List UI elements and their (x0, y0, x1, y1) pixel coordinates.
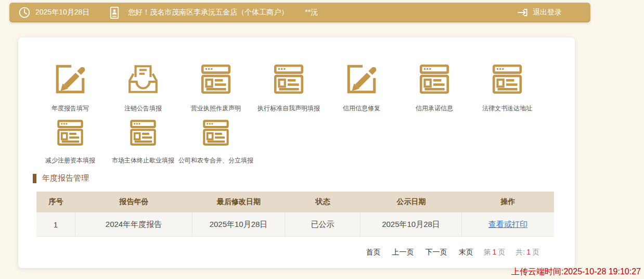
pagination-last[interactable]: 末页 (459, 248, 473, 257)
edit-icon (344, 60, 379, 98)
pagination-current: 第1页 (484, 248, 506, 257)
pagination-total: 共:1页 (516, 248, 539, 257)
header-report-year: 报告年份 (75, 192, 192, 212)
table-header-row: 序号 报告年份 最后修改日期 状态 公示日期 操作 (36, 192, 554, 212)
browser-icon (55, 116, 85, 150)
browser-icon (201, 116, 231, 150)
action-label: 减少注册资本填报 (45, 156, 95, 165)
main-card: 年度报告填写 注销公告填报 营业执照作废声明 执行标准自我声明填报 信用信息修复… (18, 37, 575, 268)
cell-action: 查看或打印 (462, 212, 554, 236)
browser-icon (128, 116, 158, 150)
logout-icon (516, 6, 529, 19)
cell-last-modified: 2025年10月28日 (192, 212, 285, 236)
current-date: 2025年10月28日 (35, 8, 89, 17)
pagination: 首页 上一页 下一页 末页 第1页 共:1页 (366, 248, 539, 257)
pagination-first[interactable]: 首页 (366, 248, 381, 257)
logout-button[interactable]: 退出登录 (516, 6, 562, 19)
action-label: 注销公告填报 (124, 104, 162, 113)
pagination-next[interactable]: 下一页 (426, 248, 447, 257)
quick-actions-row-1: 年度报告填写 注销公告填报 营业执照作废声明 执行标准自我声明填报 信用信息修复… (34, 60, 544, 113)
total-prefix: 共: (516, 248, 525, 256)
page-suffix: 页 (498, 248, 505, 256)
action-business-suspension[interactable]: 市场主体终止歇业填报 (107, 116, 179, 165)
action-label: 信用承诺信息 (416, 104, 453, 113)
quick-actions-row-2: 减少注册资本填报 市场主体终止歇业填报 公司和农专合并、分立填报 (34, 116, 252, 165)
cell-publish-date: 2025年10月28日 (360, 212, 462, 236)
browser-icon (199, 60, 233, 98)
page-prefix: 第 (484, 248, 491, 256)
cell-status: 已公示 (285, 212, 360, 236)
action-credit-commitment[interactable]: 信用承诺信息 (398, 60, 471, 113)
upload-timestamp: 上传云端时间:2025-10-28 19:10:27 (511, 267, 641, 277)
action-license-invalidation[interactable]: 营业执照作废声明 (179, 60, 252, 113)
logout-label: 退出登录 (533, 8, 562, 17)
action-merger-division[interactable]: 公司和农专合并、分立填报 (179, 116, 252, 165)
action-legal-document-address[interactable]: 法律文书送达地址 (471, 60, 544, 113)
action-label: 法律文书送达地址 (482, 104, 532, 113)
browser-icon (490, 60, 524, 98)
header-seq: 序号 (36, 192, 75, 212)
section-accent-bar (33, 174, 36, 183)
edit-icon (53, 60, 87, 98)
action-annual-report-fill[interactable]: 年度报告填写 (34, 60, 107, 113)
total-suffix: 页 (532, 248, 539, 256)
table-row: 1 2024年年度报告 2025年10月28日 已公示 2025年10月28日 … (36, 212, 554, 237)
browser-icon (272, 60, 306, 98)
action-label: 执行标准自我声明填报 (257, 104, 320, 113)
action-capital-reduction[interactable]: 减少注册资本填报 (34, 116, 107, 165)
action-standard-self-declaration[interactable]: 执行标准自我声明填报 (252, 60, 325, 113)
action-label: 市场主体终止歇业填报 (112, 156, 174, 165)
pagination-prev[interactable]: 上一页 (392, 248, 414, 257)
header-status: 状态 (285, 192, 360, 212)
action-label: 公司和农专合并、分立填报 (178, 156, 253, 165)
action-credit-repair[interactable]: 信用信息修复 (325, 60, 398, 113)
masked-user-name: **沅 (305, 8, 318, 17)
cell-report-year: 2024年年度报告 (75, 212, 192, 236)
inbox-icon (126, 60, 160, 98)
header-publish-date: 公示日期 (360, 192, 462, 212)
section-header: 年度报告管理 (33, 173, 89, 183)
header-action: 操作 (462, 192, 554, 212)
topbar: 2025年10月28日 您好！茂名市茂南区李承沅五金店（个体工商户） **沅 退… (9, 3, 590, 22)
user-greeting: 您好！茂名市茂南区李承沅五金店（个体工商户） (128, 8, 288, 17)
action-deregistration-announcement[interactable]: 注销公告填报 (107, 60, 179, 113)
clock-icon (18, 6, 31, 19)
action-label: 信用信息修复 (343, 104, 380, 113)
view-or-print-link[interactable]: 查看或打印 (488, 220, 527, 230)
action-label: 营业执照作废声明 (191, 104, 241, 113)
annual-report-page: { "topbar": { "date": "2025年10月28日", "gr… (0, 0, 644, 279)
browser-icon (417, 60, 452, 98)
current-page-number: 1 (493, 248, 497, 256)
action-label: 年度报告填写 (51, 104, 89, 113)
license-badge-icon (108, 6, 121, 20)
annual-report-table: 序号 报告年份 最后修改日期 状态 公示日期 操作 1 2024年年度报告 20… (36, 192, 554, 237)
total-pages-number: 1 (526, 248, 531, 256)
header-last-modified: 最后修改日期 (192, 192, 285, 212)
cell-seq: 1 (36, 212, 75, 236)
section-title: 年度报告管理 (42, 173, 89, 183)
